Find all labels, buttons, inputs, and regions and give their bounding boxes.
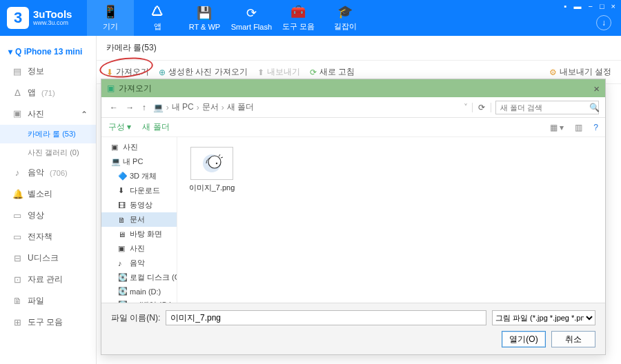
nav-apps[interactable]: 🛆앱 [134,0,181,36]
refresh-icon: ⟳ [310,68,317,77]
sidebar-item-ringtone[interactable]: 🔔벨소리 [0,183,96,205]
nav-label: 도구 모음 [282,21,315,32]
device-selector[interactable]: ▾ Q iPhone 13 mini [0,43,96,61]
tree-item[interactable]: ▣사진 [101,241,177,256]
folder-icon: 🗎 [118,216,126,224]
win-btn[interactable]: ▪ [563,2,569,10]
sidebar-item-apps[interactable]: ᐃ앱 (71) [0,82,96,103]
open-button[interactable]: 열기(O) [502,331,546,347]
folder-icon: ▣ [111,143,119,152]
back-button[interactable]: ← [107,103,121,112]
sidebar-item-files[interactable]: 🗎파일 [0,290,96,312]
sidebar-item-video[interactable]: ▭영상 [0,205,96,226]
close-button[interactable]: × [610,2,617,10]
file-item[interactable]: 이미지_7.png [187,147,237,193]
dialog-search-input[interactable] [495,101,599,114]
sidebar-item-toolbox[interactable]: ⊞도구 모음 [0,312,96,333]
btn-label: 가져오기 [116,66,149,78]
chevron-down-icon[interactable]: ˅ [464,103,468,112]
tree-item[interactable]: 💻내 PC [101,154,177,169]
up-button[interactable]: ↑ [139,103,149,112]
file-list[interactable]: 이미지_7.png [177,137,605,303]
minimize-button[interactable]: − [586,2,593,10]
app-header: 3 3uTools www.3u.com 📱기기 🛆앱 💾RT & WP ⟳Sm… [0,0,621,36]
search-icon[interactable]: 🔍 [589,103,600,112]
export-icon: ⬆ [257,68,264,77]
sidebar-label: 도구 모음 [28,316,63,328]
organize-menu[interactable]: 구성 ▾ [108,121,131,133]
import-button[interactable]: ⬇가져오기 [106,66,149,78]
nav-arrows: ← → ↑ [107,103,149,112]
tree-item[interactable]: 💽main (D:) [101,285,177,298]
tree-item[interactable]: 💽ssd백업 (G:) [101,298,177,303]
folder-icon: 🎞 [118,201,126,210]
import-selected-icon: ⊕ [159,68,166,77]
sidebar-label: 파일 [28,295,44,307]
path-refresh-button[interactable]: ⟳ [472,103,491,112]
device-name: Q iPhone 13 mini [15,47,82,57]
sidebar-item-music[interactable]: ♪음악 (706) [0,162,96,183]
nav-rtwp[interactable]: 💾RT & WP [181,0,228,36]
sidebar-sub-cameraroll[interactable]: 카메라 롤 (53) [0,125,96,143]
view-icons-button[interactable]: ▦ ▾ [550,123,564,132]
export-button[interactable]: ⬆내보내기 [257,66,300,78]
nav-smartflash[interactable]: ⟳Smart Flash [228,0,275,36]
sidebar-sub-gallery[interactable]: 사진 갤러리 (0) [0,143,96,162]
sidebar-item-photos[interactable]: ▣사진⌃ [0,103,96,125]
tree-item[interactable]: 💽로컬 디스크 (C:) [101,270,177,285]
new-folder-button[interactable]: 새 폴더 [142,121,169,133]
sidebar-item-udisk[interactable]: ⊟U디스크 [0,247,96,269]
folder-icon: 💽 [118,301,126,303]
video-icon: ▭ [12,210,22,221]
export-settings-button[interactable]: ⚙내보내기 설정 [549,66,611,78]
view-list-button[interactable]: ▥ [575,123,582,132]
nav-device[interactable]: 📱기기 [87,0,134,36]
nav-label: 기기 [103,21,118,32]
maximize-button[interactable]: □ [598,2,606,10]
folder-icon: 🔷 [118,172,126,181]
folder-tree[interactable]: ▣사진💻내 PC🔷3D 개체⬇다운로드🎞동영상🗎문서🖥바탕 화면▣사진♪음악💽로… [101,137,177,303]
sub-label: 카메라 롤 [28,130,60,138]
help-button[interactable]: ? [593,123,598,132]
tree-item[interactable]: ⬇다운로드 [101,183,177,198]
filename-input[interactable] [166,310,486,325]
folder-icon: ⬇ [118,186,126,195]
path-seg[interactable]: 문서 [202,101,219,113]
tree-item[interactable]: 🔷3D 개체 [101,169,177,183]
download-button[interactable]: ↓ [596,15,611,30]
forward-button[interactable]: → [123,103,137,112]
nav-toolbox[interactable]: 🧰도구 모음 [275,0,322,36]
logo: 3 3uTools www.3u.com [0,7,79,29]
shield-icon: ▣ [107,83,115,93]
sidebar-item-info[interactable]: ▤정보 [0,61,96,82]
tree-item[interactable]: 🎞동영상 [101,198,177,212]
path-bar[interactable]: 💻› 내 PC› 문서› 새 폴더 ˅ [153,101,468,113]
cancel-button[interactable]: 취소 [551,331,595,347]
sidebar-item-ebook[interactable]: ▭전자책 [0,226,96,247]
sidebar-label: 정보 [28,65,44,77]
tree-item[interactable]: 🖥바탕 화면 [101,227,177,241]
file-icon: 🗎 [12,296,22,306]
sidebar-item-data[interactable]: ⊡자료 관리 [0,269,96,290]
win-btn[interactable]: ▬ [572,2,582,10]
dialog-close-button[interactable]: × [593,83,600,94]
count: (0) [70,148,79,156]
filetype-select[interactable]: 그림 파일 (*.jpg *.jpeg *.png *. [492,310,595,325]
app-url: www.3u.com [33,20,72,27]
file-open-dialog: ▣ 가져오기 × ← → ↑ 💻› 내 PC› 문서› 새 폴더 ˅ ⟳ [101,79,606,355]
pc-icon: 💻 [153,103,164,112]
count: (71) [41,89,55,97]
window-controls: ▪ ▬ − □ × [563,2,617,10]
path-seg[interactable]: 내 PC [172,101,194,113]
tree-item[interactable]: ▣사진 [101,140,177,154]
path-seg[interactable]: 새 폴더 [227,101,254,113]
sidebar-label: 사진 [28,108,44,120]
tree-item[interactable]: 🗎문서 [101,212,177,227]
nav-tutorial[interactable]: 🎓길잡이 [322,0,368,36]
tree-label: 음악 [130,258,145,268]
app-name: 3uTools [33,9,72,21]
folder-icon: 💽 [118,273,126,282]
tree-item[interactable]: ♪음악 [101,256,177,270]
import-selected-button[interactable]: ⊕생성한 사진 가져오기 [159,66,248,78]
refresh-button[interactable]: ⟳새로 고침 [310,66,355,78]
